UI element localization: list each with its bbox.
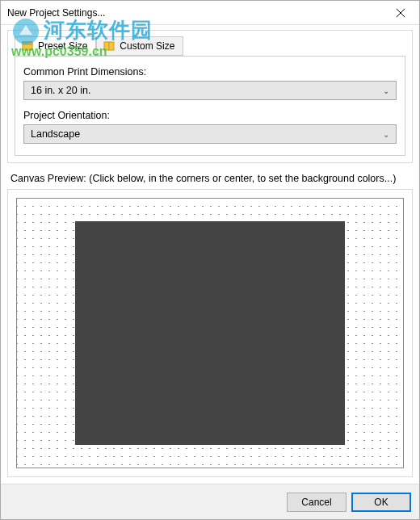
preset-form: Common Print Dimensions: 16 in. x 20 in.… bbox=[15, 56, 405, 156]
window-title: New Project Settings... bbox=[7, 7, 382, 19]
tab-custom-size[interactable]: Custom Size bbox=[96, 36, 183, 56]
canvas-preview-group bbox=[7, 189, 413, 477]
cancel-label: Cancel bbox=[301, 497, 331, 508]
orientation-label: Project Orientation: bbox=[23, 110, 397, 121]
size-tabs: Preset Size Custom Size bbox=[15, 36, 405, 56]
dimensions-label: Common Print Dimensions: bbox=[23, 66, 397, 78]
orientation-select[interactable]: Landscape ⌄ bbox=[23, 124, 397, 144]
tab-preset-label: Preset Size bbox=[38, 40, 87, 52]
chevron-down-icon: ⌄ bbox=[383, 86, 389, 95]
tab-preset-size[interactable]: Preset Size bbox=[15, 36, 96, 56]
close-icon bbox=[397, 6, 405, 19]
settings-group: Preset Size Custom Size Common Print Dim… bbox=[7, 30, 413, 163]
canvas-preview-area[interactable] bbox=[16, 198, 404, 468]
svg-rect-3 bbox=[23, 42, 32, 44]
tab-custom-label: Custom Size bbox=[120, 40, 174, 52]
close-button[interactable] bbox=[382, 1, 419, 25]
canvas-preview-label: Canvas Preview: (Click below, in the cor… bbox=[10, 173, 410, 184]
ok-button[interactable]: OK bbox=[351, 493, 411, 512]
orientation-value: Landscape bbox=[31, 128, 80, 140]
cancel-button[interactable]: Cancel bbox=[287, 493, 346, 512]
titlebar: New Project Settings... bbox=[1, 1, 419, 25]
ok-label: OK bbox=[374, 497, 388, 508]
preset-size-icon bbox=[22, 40, 33, 52]
canvas-inner[interactable] bbox=[75, 221, 346, 444]
custom-size-icon bbox=[103, 40, 115, 52]
button-bar: Cancel OK bbox=[1, 484, 419, 519]
dimensions-value: 16 in. x 20 in. bbox=[31, 85, 90, 96]
dialog-window: New Project Settings... Preset Size Cust… bbox=[0, 0, 420, 520]
chevron-down-icon: ⌄ bbox=[383, 130, 389, 139]
dimensions-select[interactable]: 16 in. x 20 in. ⌄ bbox=[23, 81, 397, 100]
